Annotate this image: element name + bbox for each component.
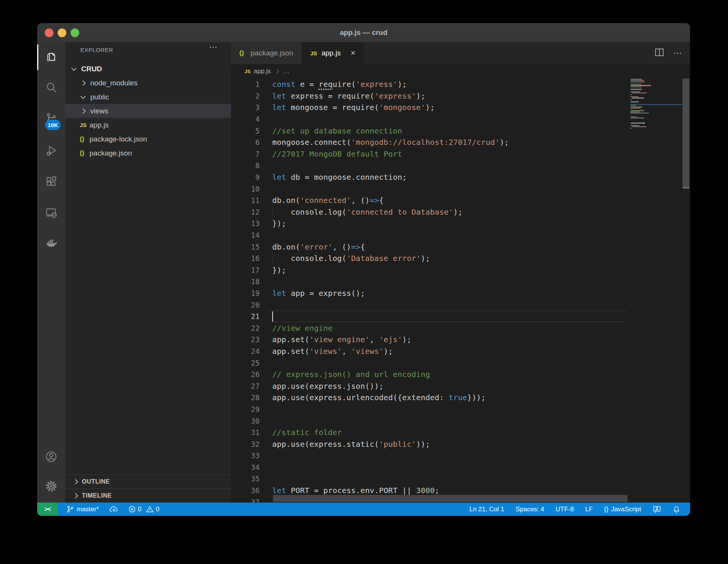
line-number: 6 xyxy=(231,138,260,146)
search-icon[interactable] xyxy=(37,72,65,103)
line-content: let express = require('express'); xyxy=(272,91,425,101)
code-line-1[interactable]: 1const e = require('express'); xyxy=(231,79,690,90)
code-line-21[interactable]: 21 xyxy=(231,311,690,322)
code-line-10[interactable]: 10 xyxy=(231,183,690,195)
sidebar-item-crud[interactable]: CRUD xyxy=(65,62,231,76)
code-line-5[interactable]: 5//set up database connection xyxy=(231,125,690,137)
code-line-19[interactable]: 19let app = express(); xyxy=(231,287,690,299)
code-line-18[interactable]: 18 xyxy=(231,276,690,287)
code-line-20[interactable]: 20 xyxy=(231,299,690,311)
code-line-4[interactable]: 4 xyxy=(231,113,690,125)
tab-app-js[interactable]: JS app.js × xyxy=(302,42,364,64)
settings-gear-icon[interactable] xyxy=(37,471,65,501)
code-line-31[interactable]: 31//static folder xyxy=(231,427,690,438)
account-icon[interactable] xyxy=(37,441,65,472)
vertical-scrollbar[interactable] xyxy=(682,79,690,503)
code-line-23[interactable]: 23app.set('view engine', 'ejs'); xyxy=(231,334,690,346)
extensions-icon[interactable] xyxy=(37,167,65,197)
line-number: 21 xyxy=(231,312,260,320)
line-content: app.use(express.json()); xyxy=(272,382,384,391)
horizontal-scrollbar[interactable] xyxy=(273,495,628,502)
code-editor[interactable]: 1const e = require('express');2let expre… xyxy=(231,79,690,503)
code-line-2[interactable]: 2let express = require('express'); xyxy=(231,90,690,102)
line-content: }); xyxy=(272,219,286,228)
line-content: let mongoose = require('mongoose'); xyxy=(272,103,435,112)
language-mode-status[interactable]: {} JavaScript xyxy=(604,506,641,513)
sidebar-item-package-json[interactable]: {}package.json xyxy=(65,146,231,160)
code-line-11[interactable]: 11db.on('connected', ()=>{ xyxy=(231,195,690,206)
code-line-12[interactable]: 12 console.log('connected to Database'); xyxy=(231,206,690,218)
code-line-22[interactable]: 22//view engine xyxy=(231,322,690,334)
line-content: app.set('view engine', 'ejs'); xyxy=(272,335,411,344)
line-number: 7 xyxy=(231,150,260,158)
line-number: 8 xyxy=(231,161,260,170)
code-line-34[interactable]: 34 xyxy=(231,462,690,473)
sidebar-item-views[interactable]: views xyxy=(65,104,231,118)
code-line-24[interactable]: 24app.set('views', 'views'); xyxy=(231,346,690,357)
timeline-section[interactable]: TIMELINE xyxy=(65,489,231,503)
code-line-8[interactable]: 8 xyxy=(231,160,690,171)
remote-explorer-icon[interactable] xyxy=(37,198,65,228)
scrollbar-thumb[interactable] xyxy=(682,79,689,187)
problems-status[interactable]: 0 0 xyxy=(129,506,160,513)
minimap-line xyxy=(631,128,682,129)
code-line-28[interactable]: 28app.use(express.urlencoded({extended: … xyxy=(231,392,690,404)
code-line-29[interactable]: 29 xyxy=(231,404,690,415)
code-line-36[interactable]: 36let PORT = process.env.PORT || 3000; xyxy=(231,485,690,496)
explorer-icon[interactable] xyxy=(37,42,65,72)
close-tab-icon[interactable]: × xyxy=(351,49,356,57)
chevron-right-icon xyxy=(73,493,78,498)
code-line-3[interactable]: 3let mongoose = require('mongoose'); xyxy=(231,102,690,113)
code-line-6[interactable]: 6mongoose.connect('mongodb://localhost:2… xyxy=(231,137,690,148)
warnings-icon xyxy=(146,506,154,513)
code-line-17[interactable]: 17}); xyxy=(231,264,690,276)
minimap[interactable] xyxy=(631,79,682,129)
tab-label: package.json xyxy=(251,49,293,57)
docker-icon[interactable] xyxy=(37,228,65,258)
sidebar-item-package-lock-json[interactable]: {}package-lock.json xyxy=(65,132,231,146)
source-control-badge: 10K xyxy=(45,120,61,130)
sidebar-item-public[interactable]: public xyxy=(65,90,231,104)
line-number: 33 xyxy=(231,451,260,460)
code-line-13[interactable]: 13}); xyxy=(231,218,690,229)
code-line-14[interactable]: 14 xyxy=(231,229,690,241)
line-content: db.on('error', ()=>{ xyxy=(272,242,365,251)
run-debug-icon[interactable] xyxy=(37,135,65,166)
sidebar-item-node-modules[interactable]: node_modules xyxy=(65,76,231,90)
code-line-9[interactable]: 9let db = mongoose.connection; xyxy=(231,171,690,183)
split-editor-icon[interactable] xyxy=(655,49,664,58)
code-line-7[interactable]: 7//27017 MongoDB default Port xyxy=(231,148,690,160)
code-line-16[interactable]: 16 console.log('Database error'); xyxy=(231,253,690,264)
explorer-sidebar: EXPLORER ⋯ CRUDnode_modulespublicviewsJS… xyxy=(65,42,231,503)
code-line-30[interactable]: 30 xyxy=(231,415,690,427)
eol-status[interactable]: LF xyxy=(585,506,593,513)
code-line-35[interactable]: 35 xyxy=(231,473,690,485)
item-label: package.json xyxy=(89,149,132,157)
editor-more-actions[interactable]: ⋯ xyxy=(673,48,682,58)
code-line-26[interactable]: 26// express.json() and url encoding xyxy=(231,369,690,380)
git-branch-status[interactable]: master* xyxy=(67,506,99,513)
remote-indicator[interactable]: >< xyxy=(37,503,58,516)
cursor-position-status[interactable]: Ln 21, Col 1 xyxy=(469,506,504,513)
encoding-status[interactable]: UTF-8 xyxy=(555,506,574,513)
code-line-25[interactable]: 25 xyxy=(231,357,690,369)
line-content: app.use(express.urlencoded({extended: tr… xyxy=(272,393,486,402)
sidebar-item-app-js[interactable]: JSapp.js xyxy=(65,118,231,132)
code-line-32[interactable]: 32app.use(express.static('public')); xyxy=(231,438,690,450)
sync-changes-button[interactable] xyxy=(110,506,118,513)
desktop: app.js — crud xyxy=(0,0,728,564)
tab-package-json[interactable]: {} package.json xyxy=(231,42,302,64)
notifications-bell-icon[interactable] xyxy=(673,505,680,513)
sidebar-more-actions[interactable]: ⋯ xyxy=(209,42,217,52)
line-number: 12 xyxy=(231,208,260,216)
code-line-33[interactable]: 33 xyxy=(231,450,690,462)
title-bar[interactable]: app.js — crud xyxy=(37,23,690,42)
code-line-15[interactable]: 15db.on('error', ()=>{ xyxy=(231,241,690,253)
code-line-27[interactable]: 27app.use(express.json()); xyxy=(231,380,690,392)
breadcrumb-more[interactable]: … xyxy=(283,68,289,75)
breadcrumb[interactable]: JS app.js … xyxy=(231,64,690,79)
feedback-icon[interactable] xyxy=(653,505,661,513)
line-content: app.set('views', 'views'); xyxy=(272,347,393,356)
indentation-status[interactable]: Spaces: 4 xyxy=(516,506,544,513)
outline-section[interactable]: OUTLINE xyxy=(65,474,231,489)
